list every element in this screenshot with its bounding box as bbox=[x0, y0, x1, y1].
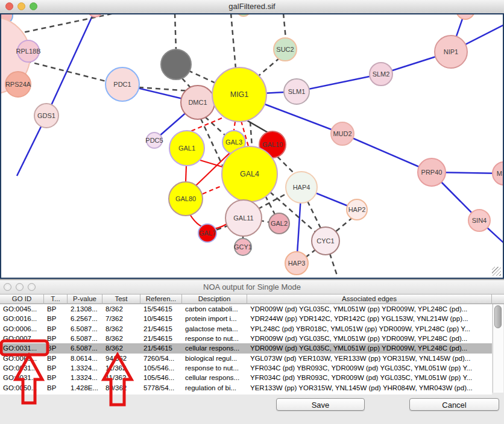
table-cell: 7/362 bbox=[102, 315, 140, 322]
table-cell: YFR034C (pd) YBR093C, YDR009W (pd) YGL03… bbox=[247, 374, 492, 381]
node-GAL4[interactable]: GAL4 bbox=[222, 146, 277, 202]
resize-grip-icon[interactable] bbox=[492, 267, 501, 276]
node-PDC5[interactable]: PDC5 bbox=[145, 132, 163, 148]
column-header[interactable]: P-value bbox=[68, 295, 102, 304]
noa-window: NOA output for Single Mode GO IDT...P-va… bbox=[0, 279, 504, 424]
table-row[interactable]: GO:0045...BP2.1308...8/36215/54615carbon… bbox=[0, 304, 492, 314]
table-cell: YDR009W (pd) YGL035C, YML051W (pp) YDR00… bbox=[247, 344, 492, 352]
node-label: MIG1 bbox=[230, 90, 249, 99]
table-cell: GO:0050... bbox=[0, 384, 44, 391]
scrollbar-thumb[interactable] bbox=[494, 305, 502, 328]
column-header[interactable]: Desciption bbox=[182, 295, 247, 304]
table-row[interactable]: GO:0050...BP1.428E...80/3625778/54...reg… bbox=[0, 383, 492, 393]
edge-gray-dash bbox=[250, 122, 252, 147]
node-HAP3[interactable]: HAP3 bbox=[285, 252, 308, 275]
network-window: galFiltered.sif RPL18BRPS24AGDS1PDC1DMC1… bbox=[0, 0, 504, 278]
table-cell: BP bbox=[44, 344, 68, 352]
node-SUC2[interactable]: SUC2 bbox=[274, 38, 297, 61]
node-PDC1[interactable]: PDC1 bbox=[106, 67, 139, 101]
table-cell: 11/362 bbox=[102, 374, 140, 381]
column-header[interactable]: Associated edges bbox=[247, 295, 492, 304]
edge-red-dash bbox=[203, 186, 222, 194]
node-GAL1[interactable]: GAL1 bbox=[169, 131, 204, 166]
table-row[interactable]: GO:0007...BP6.5087...8/36221/54615respon… bbox=[0, 334, 492, 343]
table-cell: 6.2567... bbox=[68, 315, 102, 322]
table-cell: 80/362 bbox=[102, 384, 140, 391]
table-cell: 5778/54... bbox=[140, 384, 182, 391]
table-cell: YER133W (pp) YOR315W, YNL145W (pd) YHR08… bbox=[247, 384, 492, 391]
table-row[interactable]: GO:0031...BP1.3324...11/362105/546...cel… bbox=[0, 373, 492, 382]
table-cell: 2.1308... bbox=[68, 305, 102, 313]
edge-red bbox=[186, 166, 186, 182]
node-CYC1[interactable]: CYC1 bbox=[312, 227, 339, 255]
node-RPS24A[interactable]: RPS24A bbox=[5, 72, 31, 97]
node-label: CYC1 bbox=[317, 237, 334, 245]
vertical-scrollbar[interactable] bbox=[493, 304, 503, 393]
node-label: MSN bbox=[497, 170, 504, 177]
node-MIG1[interactable]: MIG1 bbox=[212, 67, 266, 122]
node-label: GAL4 bbox=[240, 170, 259, 178]
node-NIP1[interactable]: NIP1 bbox=[435, 36, 467, 68]
table-row[interactable]: GO:0006...BP6.5087...8/36221/54615galact… bbox=[0, 324, 492, 334]
edge-red-dash bbox=[234, 122, 235, 130]
table-row[interactable]: GO:0031...BP1.3324...11/362105/546...res… bbox=[0, 363, 492, 373]
table-cell: BP bbox=[44, 384, 68, 391]
save-button[interactable]: Save bbox=[276, 398, 365, 411]
column-header[interactable]: Referen... bbox=[140, 295, 182, 304]
node-GAL11[interactable]: GAL11 bbox=[225, 200, 262, 236]
table-cell: 1.3324... bbox=[68, 374, 102, 381]
table-cell: 6.5087... bbox=[68, 325, 102, 332]
node-HAP2[interactable]: HAP2 bbox=[347, 199, 367, 220]
table-cell: 94/362 bbox=[102, 355, 140, 362]
table-row[interactable]: GO:0031...BP6.5087...8/36221/54615cellul… bbox=[0, 343, 492, 353]
table-row[interactable]: GO:0065...BP8.0614...94/3627260/54...bio… bbox=[0, 354, 492, 363]
node-HAP4[interactable]: HAP4 bbox=[286, 172, 317, 203]
cancel-button[interactable]: Cancel bbox=[409, 398, 499, 411]
node-label: DMC1 bbox=[188, 99, 207, 106]
node-SLM1[interactable]: SLM1 bbox=[284, 79, 309, 104]
table-cell: BP bbox=[44, 325, 68, 332]
table-cell: 21/54615 bbox=[140, 344, 182, 352]
table-cell: BP bbox=[44, 335, 68, 342]
node-MSN[interactable]: MSN bbox=[493, 162, 504, 185]
node-label: GAL80 bbox=[175, 195, 196, 202]
table-cell: carbon cataboli... bbox=[182, 305, 247, 313]
table-cell: 10/54615 bbox=[140, 315, 182, 322]
table-cell: galactose meta... bbox=[182, 325, 247, 332]
node-GDS1[interactable]: GDS1 bbox=[34, 104, 58, 128]
node-label: GAL3 bbox=[225, 139, 242, 146]
node-GAL2[interactable]: GAL2 bbox=[269, 213, 289, 234]
node-SIN4[interactable]: SIN4 bbox=[468, 210, 490, 231]
node-label: PDC5 bbox=[145, 137, 163, 144]
table-cell: 6.5087... bbox=[68, 335, 102, 342]
node-green-partial[interactable] bbox=[237, 13, 250, 16]
table-cell: cellular respons... bbox=[182, 344, 247, 352]
node-pink-partial-topright[interactable] bbox=[456, 13, 474, 19]
table-header: GO IDT...P-valueTestReferen...Desciption… bbox=[0, 295, 492, 304]
table-cell: YFR034C (pd) YBR093C, YDR009W (pd) YGL03… bbox=[247, 364, 492, 372]
table-cell: YDR244W (pp) YDR142C, YDR142C (pp) YGL15… bbox=[247, 315, 492, 322]
node-label: NIP1 bbox=[444, 48, 458, 55]
node-label: GAL10 bbox=[262, 141, 283, 148]
node-GCY1[interactable]: GCY1 bbox=[234, 238, 252, 255]
table-cell: 8.0614... bbox=[68, 355, 102, 362]
node-DMC1[interactable]: DMC1 bbox=[181, 86, 215, 119]
node-GAL80[interactable]: GAL80 bbox=[169, 182, 203, 216]
node-SLM2[interactable]: SLM2 bbox=[370, 63, 392, 86]
table-row[interactable]: GO:0016...BP6.2567...7/36210/54615protei… bbox=[0, 314, 492, 323]
node-label: SUC2 bbox=[276, 46, 294, 53]
table-cell: YPL248C (pd) YBR018C, YML051W (pp) YDR00… bbox=[247, 325, 492, 332]
node-gray-node[interactable] bbox=[161, 49, 191, 80]
node-MUD2[interactable]: MUD2 bbox=[331, 122, 354, 145]
noa-titlebar: NOA output for Single Mode bbox=[0, 280, 504, 295]
table-cell: BP bbox=[44, 355, 68, 362]
node-GAL7[interactable]: GAL7 bbox=[198, 224, 216, 242]
column-header[interactable]: Test bbox=[102, 295, 140, 304]
column-header[interactable]: GO ID bbox=[0, 295, 44, 304]
table-cell: 15/54615 bbox=[140, 305, 182, 313]
node-label: GAL7 bbox=[199, 229, 216, 237]
column-header[interactable]: T... bbox=[44, 295, 68, 304]
table-header-corner bbox=[492, 295, 504, 304]
node-PRP40[interactable]: PRP40 bbox=[418, 158, 446, 186]
network-canvas[interactable]: RPL18BRPS24AGDS1PDC1DMC1MIG1SUC2NIP1SLM2… bbox=[0, 13, 504, 279]
